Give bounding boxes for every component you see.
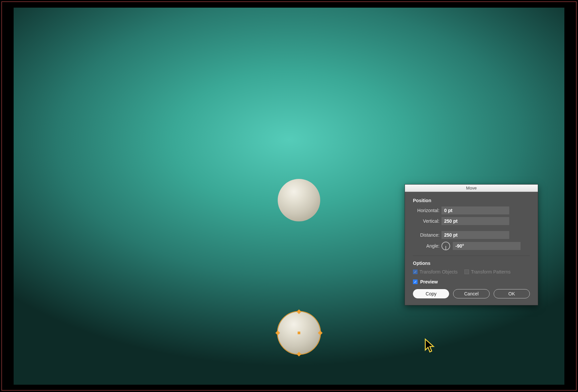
- selection-handle-e[interactable]: [318, 331, 323, 335]
- angle-pointer-icon: [445, 246, 446, 250]
- preview-label: Preview: [420, 279, 438, 284]
- vertical-input[interactable]: [441, 217, 509, 225]
- horizontal-input[interactable]: [441, 206, 509, 214]
- horizontal-label: Horizontal:: [413, 208, 439, 213]
- selection-outline: [277, 311, 321, 355]
- ok-button-label: OK: [508, 291, 515, 296]
- distance-label: Distance:: [413, 232, 439, 238]
- cancel-button[interactable]: Cancel: [453, 289, 489, 298]
- preview-checkbox[interactable]: ✓: [413, 279, 418, 284]
- selection-handle-center[interactable]: [298, 332, 300, 334]
- move-dialog: Move Position Horizontal: Vertical: Dist…: [405, 184, 538, 305]
- copy-button[interactable]: Copy: [413, 289, 449, 298]
- position-section-label: Position: [413, 198, 530, 203]
- selection-handle-s[interactable]: [297, 352, 301, 356]
- transform-objects-checkbox: ✓: [413, 270, 418, 274]
- copy-button-label: Copy: [426, 291, 436, 296]
- sphere-original[interactable]: [278, 179, 320, 221]
- dialog-title[interactable]: Move: [405, 185, 538, 192]
- cancel-button-label: Cancel: [464, 291, 479, 296]
- options-section-label: Options: [413, 261, 530, 266]
- angle-label: Angle:: [413, 243, 439, 249]
- vertical-label: Vertical:: [413, 218, 439, 224]
- angle-dial[interactable]: [441, 242, 450, 250]
- distance-input[interactable]: [441, 231, 509, 239]
- selection-handle-w[interactable]: [275, 331, 280, 335]
- ok-button[interactable]: OK: [494, 289, 530, 298]
- transform-patterns-checkbox: [464, 270, 469, 274]
- transform-patterns-label: Transform Patterns: [471, 269, 511, 274]
- sphere-copy-selected[interactable]: [278, 312, 320, 354]
- divider: [413, 256, 530, 256]
- selection-handle-n[interactable]: [297, 309, 301, 314]
- angle-input[interactable]: [453, 242, 521, 250]
- transform-objects-label: Transform Objects: [420, 269, 458, 274]
